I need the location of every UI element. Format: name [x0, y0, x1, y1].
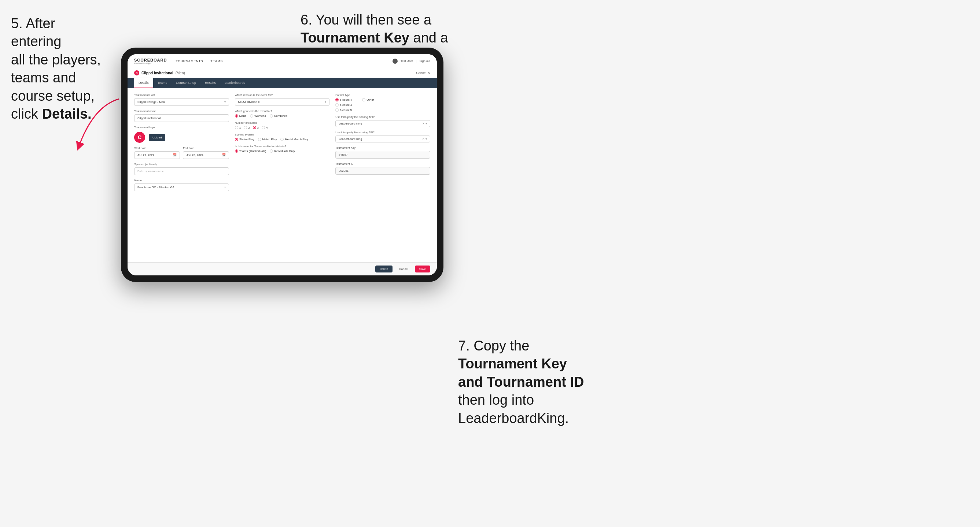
- tournament-host-group: Tournament Host Clippd College - Men: [134, 94, 229, 106]
- nav-separator: |: [416, 59, 417, 63]
- rounds-1-radio[interactable]: [235, 126, 238, 129]
- annotation-left-line1: 5. After entering: [11, 16, 61, 49]
- division-value: NCAA Division III: [238, 100, 261, 104]
- tab-teams[interactable]: Teams: [153, 78, 172, 88]
- api2-input[interactable]: Leaderboard King ✕ ▾: [335, 135, 430, 143]
- gender-womens-radio[interactable]: [250, 114, 253, 117]
- format-6count4-radio[interactable]: [335, 103, 339, 106]
- tab-leaderboards[interactable]: Leaderboards: [220, 78, 250, 88]
- gender-mens-radio[interactable]: [235, 114, 238, 117]
- api1-group: Use third-party live scoring API? Leader…: [335, 115, 430, 127]
- date-row: Start date Jan 21, 2024 📅 End date Jan 2…: [134, 146, 229, 159]
- teams-radio[interactable]: [235, 149, 238, 153]
- tournament-name-value: Clippd Invitational: [137, 116, 161, 120]
- rounds-4[interactable]: 4: [262, 126, 267, 129]
- footer-bar: Delete Cancel Save: [127, 262, 437, 275]
- nav-teams[interactable]: TEAMS: [210, 59, 223, 63]
- api1-label: Use third-party live scoring API?: [335, 115, 430, 119]
- rounds-3[interactable]: 3: [253, 126, 259, 129]
- start-date-input[interactable]: Jan 21, 2024 📅: [134, 151, 180, 159]
- format-other-radio[interactable]: [362, 98, 365, 102]
- end-date-input[interactable]: Jan 23, 2024 📅: [183, 151, 229, 159]
- rounds-4-label: 4: [266, 126, 267, 129]
- scoreboard-logo: SCOREBOARD Powered by clippd: [134, 58, 167, 65]
- breadcrumb-cancel[interactable]: Cancel ✕: [416, 71, 430, 75]
- rounds-1[interactable]: 1: [235, 126, 241, 129]
- form-col3: Format type 5 count 4 Other: [335, 94, 430, 191]
- api2-clear-button[interactable]: ✕ ▾: [422, 137, 427, 141]
- api1-value: Leaderboard King: [339, 122, 362, 125]
- rounds-1-label: 1: [239, 126, 241, 129]
- gender-combined-radio[interactable]: [270, 114, 273, 117]
- venue-group: Venue Peachtree GC - Atlanta - GA: [134, 179, 229, 191]
- sponsor-label: Sponsor (optional): [134, 163, 229, 166]
- rounds-3-radio[interactable]: [253, 126, 256, 129]
- scoring-stroke-radio[interactable]: [235, 138, 238, 141]
- tab-details[interactable]: Details: [134, 78, 153, 88]
- format-options: 5 count 4 Other 6 count 4: [335, 98, 430, 112]
- sponsor-group: Sponsor (optional) Enter sponsor name: [134, 163, 229, 175]
- rounds-4-radio[interactable]: [262, 126, 265, 129]
- gender-womens-label: Womens: [255, 114, 266, 117]
- gender-mens[interactable]: Mens: [235, 114, 247, 117]
- logo-sub: Powered by clippd: [134, 62, 167, 65]
- nav-tournaments[interactable]: TOURNAMENTS: [175, 59, 203, 63]
- scoring-medal-radio[interactable]: [280, 138, 284, 141]
- save-button[interactable]: Save: [415, 265, 430, 273]
- tournament-key-group: Tournament Key b4f6b7: [335, 146, 430, 159]
- format-6count5-radio[interactable]: [335, 108, 339, 112]
- scoring-match-label: Match Play: [262, 138, 277, 141]
- individuals-radio[interactable]: [270, 149, 273, 153]
- api2-group: Use third-party live scoring API? Leader…: [335, 131, 430, 143]
- gender-womens[interactable]: Womens: [250, 114, 266, 117]
- sponsor-placeholder: Enter sponsor name: [137, 170, 164, 173]
- scoring-stroke[interactable]: Stroke Play: [235, 138, 255, 141]
- sponsor-input[interactable]: Enter sponsor name: [134, 167, 229, 175]
- gender-group: Which gender is the event for? Mens Wome…: [235, 110, 330, 117]
- rounds-2[interactable]: 2: [244, 126, 250, 129]
- scoring-match-radio[interactable]: [258, 138, 261, 141]
- annotation-left-line3: teams and: [11, 70, 76, 85]
- format-6count4-label: 6 count 4: [340, 103, 352, 106]
- teams-label: Is this event for Teams and/or Individua…: [235, 144, 330, 148]
- start-date-label: Start date: [134, 146, 180, 150]
- tournament-host-input[interactable]: Clippd College - Men: [134, 98, 229, 106]
- format-5count4-radio[interactable]: [335, 98, 339, 102]
- format-5count4[interactable]: 5 count 4: [335, 98, 352, 102]
- breadcrumb-icon: C: [134, 70, 139, 75]
- breadcrumb-name: Clippd Invitational: [142, 71, 173, 75]
- teams-label-val: Teams (+Individuals): [239, 149, 266, 153]
- format-6count4[interactable]: 6 count 4: [335, 103, 430, 106]
- scoring-medal[interactable]: Medal Match Play: [280, 138, 308, 141]
- tab-results[interactable]: Results: [200, 78, 220, 88]
- api1-clear-button[interactable]: ✕ ▾: [422, 122, 427, 125]
- gender-combined-label: Combined: [274, 114, 287, 117]
- format-row1: 5 count 4 Other: [335, 98, 430, 102]
- format-other[interactable]: Other: [362, 98, 374, 102]
- form-col2: Which division is the event for? NCAA Di…: [235, 94, 330, 191]
- logo-circle: C: [134, 132, 145, 143]
- gender-mens-label: Mens: [239, 114, 247, 117]
- cancel-button[interactable]: Cancel: [395, 265, 412, 273]
- venue-input[interactable]: Peachtree GC - Atlanta - GA: [134, 184, 229, 191]
- arrow-left-icon: [57, 95, 130, 161]
- teams-plus-individuals[interactable]: Teams (+Individuals): [235, 149, 266, 153]
- rounds-2-radio[interactable]: [244, 126, 247, 129]
- sign-out-link[interactable]: Sign out: [420, 59, 430, 63]
- tournament-name-group: Tournament name Clippd Invitational: [134, 110, 229, 122]
- tab-course-setup[interactable]: Course Setup: [172, 78, 200, 88]
- division-input[interactable]: NCAA Division III: [235, 98, 330, 106]
- tournament-name-input[interactable]: Clippd Invitational: [134, 114, 229, 122]
- scoring-match[interactable]: Match Play: [258, 138, 277, 141]
- tournament-logo-label: Tournament logo: [134, 125, 229, 129]
- format-6count5[interactable]: 6 count 5: [335, 108, 430, 112]
- upload-button[interactable]: Upload: [149, 134, 165, 141]
- api1-input[interactable]: Leaderboard King ✕ ▾: [335, 120, 430, 127]
- annotation-top-right-line1: 6. You will then see a: [301, 12, 431, 27]
- delete-button[interactable]: Delete: [375, 265, 393, 273]
- scoring-radio-group: Stroke Play Match Play Medal Match Play: [235, 138, 330, 141]
- gender-combined[interactable]: Combined: [270, 114, 287, 117]
- calendar-icon: 📅: [173, 154, 177, 157]
- form-col1: Tournament Host Clippd College - Men Tou…: [134, 94, 229, 191]
- individuals-only[interactable]: Individuals Only: [270, 149, 295, 153]
